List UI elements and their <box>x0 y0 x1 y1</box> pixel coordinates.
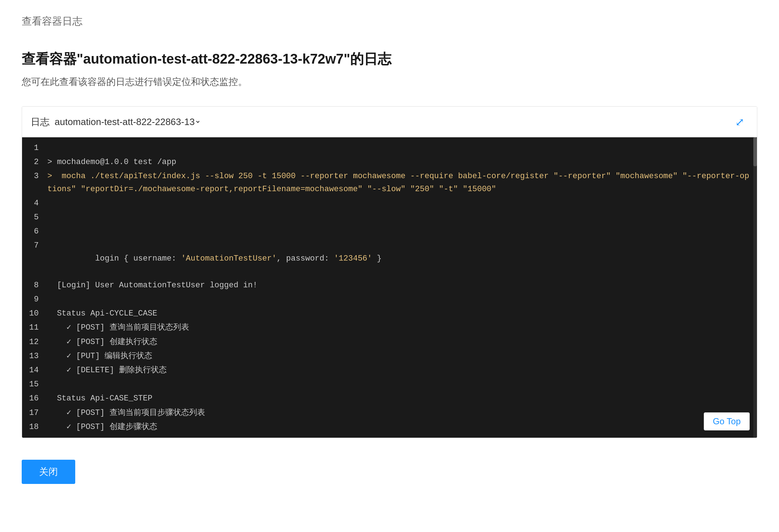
log-line: 17 ✓ [POST] 查询当前项目步骤状态列表 <box>22 406 757 420</box>
line-content: > mochademo@1.0.0 test /app <box>47 156 757 168</box>
line-content <box>47 197 757 210</box>
line-content <box>47 142 757 154</box>
log-line: 8 [Login] User AutomationTestUser logged… <box>22 278 757 292</box>
line-content: ✓ [DELETE] 删除执行状态 <box>47 364 757 377</box>
log-selector-wrapper[interactable]: 日志 automation-test-att-822-22863-13 <box>31 116 201 128</box>
line-number: 12 <box>22 336 47 348</box>
fullscreen-icon: ⤢ <box>735 116 744 128</box>
line-number: 18 <box>22 421 47 433</box>
log-label: 日志 <box>31 116 50 128</box>
close-button[interactable]: 关闭 <box>22 460 75 484</box>
line-number: 7 <box>22 239 47 278</box>
log-container: 日志 automation-test-att-822-22863-13 ⤢ 1 … <box>22 106 757 438</box>
line-content: [Login] User AutomationTestUser logged i… <box>47 279 757 292</box>
log-line: 18 ✓ [POST] 创建步骤状态 <box>22 420 757 434</box>
line-number: 17 <box>22 407 47 419</box>
log-line: 12 ✓ [POST] 创建执行状态 <box>22 335 757 349</box>
scrollbar-thumb[interactable] <box>753 137 757 166</box>
line-content: ✓ [POST] 查询当前项目步骤状态列表 <box>47 407 757 419</box>
line-number: 4 <box>22 197 47 210</box>
log-line: 1 <box>22 141 757 155</box>
line-number: 5 <box>22 211 47 224</box>
log-line: 13 ✓ [PUT] 编辑执行状态 <box>22 349 757 363</box>
log-line: 11 ✓ [POST] 查询当前项目状态列表 <box>22 321 757 335</box>
log-line: 2 > mochademo@1.0.0 test /app <box>22 155 757 169</box>
log-lines: 1 2 > mochademo@1.0.0 test /app 3 > moch… <box>22 137 757 438</box>
line-number: 8 <box>22 279 47 292</box>
page-title: 查看容器"automation-test-att-822-22863-13-k7… <box>22 50 757 68</box>
log-line: 14 ✓ [DELETE] 删除执行状态 <box>22 363 757 377</box>
line-content: ✓ [POST] 创建执行状态 <box>47 336 757 348</box>
line-number: 6 <box>22 225 47 238</box>
line-number: 9 <box>22 293 47 306</box>
line-number: 15 <box>22 378 47 391</box>
log-selector-dropdown[interactable]: automation-test-att-822-22863-13 <box>53 116 201 128</box>
line-number: 11 <box>22 321 47 334</box>
line-content <box>47 378 757 391</box>
line-number: 2 <box>22 156 47 168</box>
line-number: 3 <box>22 170 47 195</box>
page-description: 您可在此查看该容器的日志进行错误定位和状态监控。 <box>22 76 757 88</box>
page-breadcrumb: 查看容器日志 <box>22 14 757 28</box>
line-content <box>47 293 757 306</box>
fullscreen-button[interactable]: ⤢ <box>731 113 748 130</box>
line-content: ✓ [POST] 创建步骤状态 <box>47 421 757 433</box>
log-toolbar: 日志 automation-test-att-822-22863-13 ⤢ <box>22 107 757 137</box>
line-content: login { username: 'AutomationTestUser', … <box>47 239 757 278</box>
line-content <box>47 211 757 224</box>
log-line: 7 login { username: 'AutomationTestUser'… <box>22 239 757 278</box>
log-line: 10 Status Api-CYCLE_CASE <box>22 306 757 321</box>
line-number: 10 <box>22 307 47 320</box>
line-content <box>47 225 757 238</box>
log-line: 9 <box>22 292 757 306</box>
log-body[interactable]: 1 2 > mochademo@1.0.0 test /app 3 > moch… <box>22 137 757 438</box>
line-content: ✓ [PUT] 编辑执行状态 <box>47 350 757 362</box>
scrollbar-track[interactable] <box>753 137 757 438</box>
log-line: 5 <box>22 210 757 224</box>
line-number: 1 <box>22 142 47 154</box>
log-line: 4 <box>22 196 757 210</box>
log-line: 6 <box>22 224 757 239</box>
go-top-button[interactable]: Go Top <box>704 412 750 430</box>
line-content: ✓ [POST] 查询当前项目状态列表 <box>47 321 757 334</box>
log-line: 16 Status Api-CASE_STEP <box>22 391 757 406</box>
line-content: Status Api-CASE_STEP <box>47 392 757 405</box>
line-number: 16 <box>22 392 47 405</box>
line-content: > mocha ./test/apiTest/index.js --slow 2… <box>47 170 757 195</box>
log-line: 3 > mocha ./test/apiTest/index.js --slow… <box>22 169 757 196</box>
line-number: 13 <box>22 350 47 362</box>
line-number: 14 <box>22 364 47 377</box>
log-line: 15 <box>22 377 757 391</box>
line-content: Status Api-CYCLE_CASE <box>47 307 757 320</box>
